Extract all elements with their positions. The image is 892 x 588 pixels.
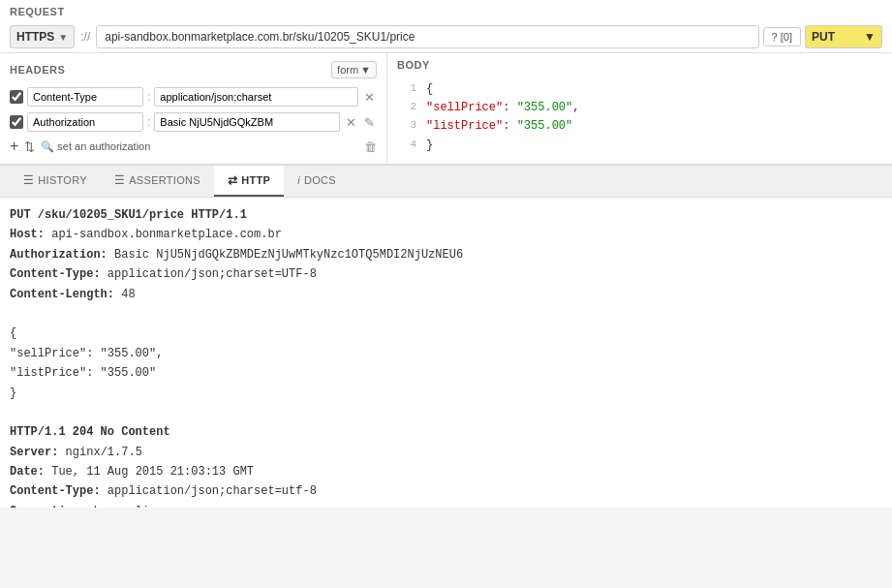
headers-panel: HEADERS form ▼ : ✕ : ✕ ✎ bbox=[0, 53, 387, 164]
header-delete-1[interactable]: ✕ bbox=[344, 115, 358, 130]
assertions-icon: ☰ bbox=[114, 173, 125, 187]
form-dropdown[interactable]: form ▼ bbox=[331, 61, 377, 78]
tab-history[interactable]: ☰ HISTORY bbox=[10, 166, 101, 197]
http-icon: ⇄ bbox=[228, 173, 237, 187]
header-colon-1: : bbox=[147, 115, 150, 129]
docs-label: DOCS bbox=[304, 174, 336, 186]
form-label: form bbox=[337, 64, 358, 76]
header-checkbox-1[interactable] bbox=[10, 115, 23, 129]
line-content-3: "listPrice": "355.00" bbox=[426, 117, 572, 136]
history-icon: ☰ bbox=[23, 173, 34, 187]
response-section: PUT /sku/10205_SKU1/price HTTP/1.1Host: … bbox=[0, 198, 892, 508]
protocol-separator: :// bbox=[80, 30, 90, 44]
header-key-0[interactable] bbox=[27, 87, 143, 107]
tabs-bar: ☰ HISTORY ☰ ASSERTIONS ⇄ HTTP i DOCS bbox=[0, 166, 892, 197]
header-colon-0: : bbox=[147, 90, 150, 104]
history-label: HISTORY bbox=[38, 174, 87, 186]
line-number-4: 4 bbox=[397, 137, 416, 154]
tab-assertions[interactable]: ☰ ASSERTIONS bbox=[101, 166, 214, 197]
auth-search-icon: 🔍 bbox=[41, 140, 54, 153]
line-number-1: 1 bbox=[397, 80, 416, 98]
headers-body-area: HEADERS form ▼ : ✕ : ✕ ✎ bbox=[0, 52, 892, 164]
header-delete-0[interactable]: ✕ bbox=[362, 90, 377, 105]
set-authorization-link[interactable]: 🔍 set an authorization bbox=[41, 140, 150, 153]
http-label: HTTP bbox=[241, 174, 270, 186]
auth-link-label: set an authorization bbox=[57, 140, 150, 152]
url-bar: HTTPS ▼ :// ? [0] PUT ▼ bbox=[0, 21, 892, 52]
response-line-4: Content-Length: 48 bbox=[10, 285, 882, 304]
header-value-1[interactable] bbox=[154, 112, 340, 132]
code-line-1: 1 { bbox=[387, 80, 892, 99]
response-line-6: { bbox=[10, 324, 882, 343]
code-line-3: 3 "listPrice": "355.00" bbox=[387, 117, 892, 136]
response-line-13: Date: Tue, 11 Aug 2015 21:03:13 GMT bbox=[10, 462, 882, 481]
response-line-15: Connection: keep-alive bbox=[10, 502, 882, 508]
question-button[interactable]: ? [0] bbox=[763, 27, 801, 46]
code-editor: 1 { 2 "sellPrice": "355.00", 3 "listPric… bbox=[387, 77, 892, 159]
headers-label: HEADERS bbox=[10, 64, 65, 76]
sort-headers-button[interactable]: ⇅ bbox=[24, 139, 35, 154]
header-edit-1[interactable]: ✎ bbox=[362, 115, 377, 130]
add-header-button[interactable]: + bbox=[10, 139, 18, 154]
header-row-1: : ✕ ✎ bbox=[0, 109, 386, 135]
tabs-section: ☰ HISTORY ☰ ASSERTIONS ⇄ HTTP i DOCS bbox=[0, 165, 892, 198]
verb-arrow-icon: ▼ bbox=[864, 30, 876, 44]
response-line-7: "sellPrice": "355.00", bbox=[10, 344, 882, 363]
request-label: REQUEST bbox=[0, 0, 892, 21]
add-header-row: + ⇅ 🔍 set an authorization 🗑 bbox=[0, 135, 386, 158]
body-panel: BODY 1 { 2 "sellPrice": "355.00", 3 "lis… bbox=[387, 53, 892, 164]
method-select[interactable]: HTTPS ▼ bbox=[10, 25, 75, 48]
form-arrow-icon: ▼ bbox=[360, 64, 371, 76]
header-checkbox-0[interactable] bbox=[10, 90, 23, 104]
response-line-1: Host: api-sandbox.bonmarketplace.com.br bbox=[10, 225, 882, 244]
response-line-11: HTTP/1.1 204 No Content bbox=[10, 422, 882, 442]
line-content-2: "sellPrice": "355.00", bbox=[426, 99, 579, 117]
url-input[interactable] bbox=[96, 25, 758, 48]
response-line-2: Authorization: Basic NjU5NjdGQkZBMDEzNjU… bbox=[10, 245, 882, 264]
verb-select[interactable]: PUT ▼ bbox=[805, 25, 882, 48]
response-line-8: "listPrice": "355.00" bbox=[10, 363, 882, 383]
response-line-0: PUT /sku/10205_SKU1/price HTTP/1.1 bbox=[10, 205, 882, 225]
tab-docs[interactable]: i DOCS bbox=[284, 167, 350, 196]
response-line-9: } bbox=[10, 384, 882, 403]
line-number-3: 3 bbox=[397, 117, 416, 135]
line-number-2: 2 bbox=[397, 99, 416, 116]
response-line-5 bbox=[10, 304, 882, 324]
method-arrow-icon: ▼ bbox=[58, 32, 68, 43]
header-value-0[interactable] bbox=[154, 87, 358, 107]
assertions-label: ASSERTIONS bbox=[129, 174, 200, 186]
body-label: BODY bbox=[387, 53, 892, 77]
code-line-2: 2 "sellPrice": "355.00", bbox=[387, 99, 892, 117]
headers-top: HEADERS form ▼ bbox=[0, 59, 386, 84]
line-content-1: { bbox=[426, 80, 433, 99]
delete-headers-button[interactable]: 🗑 bbox=[364, 139, 377, 154]
request-section: REQUEST HTTPS ▼ :// ? [0] PUT ▼ HEADERS … bbox=[0, 0, 892, 165]
line-content-4: } bbox=[426, 137, 433, 155]
tab-http[interactable]: ⇄ HTTP bbox=[214, 166, 284, 197]
method-text: HTTPS bbox=[16, 30, 54, 44]
code-line-4: 4 } bbox=[387, 137, 892, 155]
response-line-10 bbox=[10, 403, 882, 422]
response-line-12: Server: nginx/1.7.5 bbox=[10, 443, 882, 462]
response-line-3: Content-Type: application/json;charset=U… bbox=[10, 264, 882, 284]
header-row-0: : ✕ bbox=[0, 84, 386, 109]
header-key-1[interactable] bbox=[27, 112, 143, 132]
docs-icon: i bbox=[297, 174, 300, 186]
response-line-14: Content-Type: application/json;charset=u… bbox=[10, 481, 882, 501]
verb-text: PUT bbox=[812, 30, 835, 44]
